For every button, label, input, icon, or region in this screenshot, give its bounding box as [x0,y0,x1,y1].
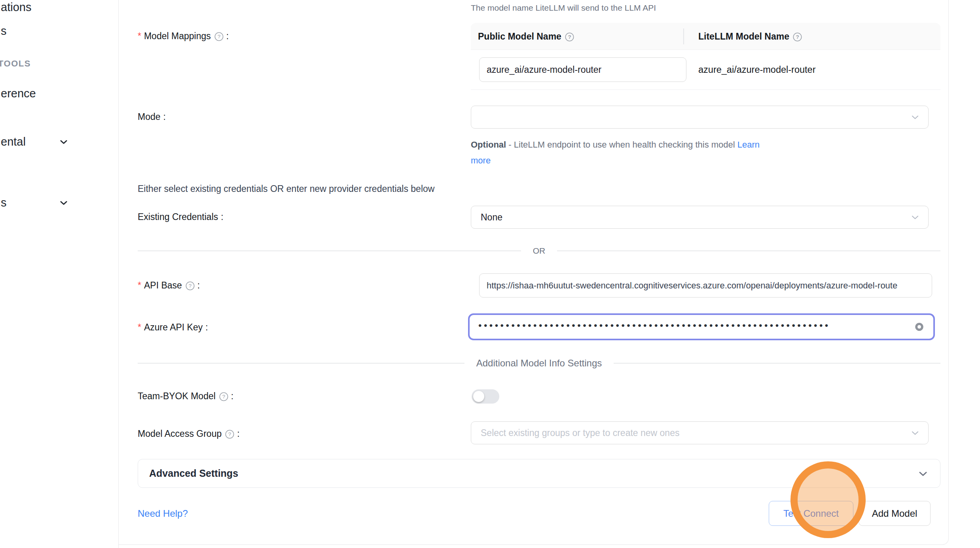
learn-more-link[interactable]: Learn [737,140,760,150]
sidebar-item-label: s [1,196,7,209]
svg-text:?: ? [568,34,571,40]
team-byok-toggle[interactable] [472,389,499,404]
required-asterisk: * [138,322,141,333]
existing-credentials-select[interactable]: None [471,206,929,229]
column-label: Public Model Name [478,31,561,42]
svg-text:?: ? [228,431,231,437]
add-model-label: Add Model [872,508,917,519]
api-base-input[interactable]: https://ishaa-mh6uutut-swedencentral.cog… [479,273,932,298]
model-mappings-label: * Model Mappings ? : [138,31,229,42]
colon: : [197,280,200,291]
divider-line [614,363,940,364]
public-model-name-input[interactable]: azure_ai/azure-model-router [479,57,686,82]
help-icon[interactable]: ? [219,392,228,401]
colon: : [237,429,239,439]
divider-line [557,250,940,251]
info-settings-divider-text: Additional Model Info Settings [464,358,614,369]
add-model-button[interactable]: Add Model [859,501,931,526]
chevron-down-icon[interactable] [59,137,69,149]
label-text: Azure API Key [144,322,203,333]
need-help-link[interactable]: Need Help? [138,508,188,519]
or-divider: OR [138,246,940,256]
team-byok-label: Team-BYOK Model ? : [138,391,233,402]
sidebar-section-label: TOOLS [0,59,31,68]
required-asterisk: * [138,31,141,42]
model-access-group-placeholder: Select existing groups or type to create… [481,428,905,438]
masked-api-key: ••••••••••••••••••••••••••••••••••••••••… [478,320,830,331]
label-text: Team-BYOK Model [138,391,216,402]
sidebar-item-settings[interactable]: s [1,196,7,209]
model-access-group-select[interactable]: Select existing groups or type to create… [471,421,929,444]
add-model-page: ations s TOOLS erence ental s The model … [0,0,980,548]
test-connect-label: Test Connect [783,508,839,519]
info-settings-divider: Additional Model Info Settings [138,358,940,369]
column-divider [683,28,684,44]
toggle-knob [473,391,484,402]
label-text: Model Mappings [144,31,211,42]
help-icon[interactable]: ? [186,281,195,290]
column-label: LiteLLM Model Name [698,31,789,42]
sidebar-section-tools: TOOLS [0,59,31,69]
help-icon[interactable]: ? [793,32,802,42]
colon: : [221,212,223,222]
label-text: Model Access Group [138,429,222,439]
sidebar-item-label: s [1,25,7,37]
learn-more-link[interactable]: more [471,155,491,165]
label-text: Mode [138,112,161,122]
label-text: API Base [144,280,182,291]
chevron-down-icon[interactable] [59,198,69,210]
api-base-value: https://ishaa-mh6uutut-swedencentral.cog… [487,281,925,291]
mode-label: Mode : [138,112,166,122]
existing-credentials-label: Existing Credentials : [138,212,224,222]
credentials-note: Either select existing credentials OR en… [138,184,434,194]
chevron-down-icon [910,428,920,438]
colon: : [231,391,233,402]
public-model-name-value: azure_ai/azure-model-router [487,64,679,75]
chevron-down-icon [910,212,920,222]
table-row-border [471,89,940,90]
sidebar-item-organizations[interactable]: ations [1,1,31,14]
column-public-model-name: Public Model Name ? [478,23,574,50]
help-icon[interactable]: ? [225,430,234,439]
colon: : [205,322,208,333]
divider-line [138,363,464,364]
azure-api-key-input[interactable]: ••••••••••••••••••••••••••••••••••••••••… [468,313,935,340]
sidebar-item-label: erence [1,87,36,100]
model-name-note: The model name LiteLLM will send to the … [471,3,656,13]
help-text-body: - LiteLLM endpoint to use when health ch… [506,140,737,150]
divider-line [138,250,521,251]
litellm-model-name-value: azure_ai/azure-model-router [698,64,816,75]
required-asterisk: * [138,280,141,291]
sidebar-item-reference[interactable]: erence [1,87,36,100]
azure-api-key-label: * Azure API Key : [138,322,208,333]
svg-text:?: ? [796,34,799,40]
svg-text:?: ? [217,34,220,40]
svg-text:?: ? [222,394,226,400]
help-icon[interactable]: ? [565,32,574,42]
colon: : [226,31,229,42]
mode-select[interactable] [471,106,929,129]
mode-help-text: Optional - LiteLLM endpoint to use when … [471,137,811,169]
svg-text:?: ? [189,283,192,289]
model-mappings-table-header: Public Model Name ? LiteLLM Model Name ? [471,23,940,50]
model-access-group-label: Model Access Group ? : [138,429,240,439]
sidebar-item-experimental[interactable]: ental [1,135,26,148]
chevron-down-icon [910,112,920,122]
colon: : [163,112,166,122]
test-connect-button[interactable]: Test Connect [769,501,853,526]
sidebar-item-label: ental [1,135,26,148]
sidebar-item-label: ations [1,1,31,13]
column-litellm-model-name: LiteLLM Model Name ? [698,23,802,50]
advanced-settings-title: Advanced Settings [149,468,238,479]
advanced-settings-panel[interactable]: Advanced Settings [138,459,940,488]
api-base-label: * API Base ? : [138,280,200,291]
chevron-down-icon [917,468,929,480]
sidebar: ations s TOOLS erence ental s [0,0,119,548]
label-text: Existing Credentials [138,212,218,222]
eye-icon[interactable] [914,322,925,332]
optional-emphasis: Optional [471,140,506,150]
sidebar-item[interactable]: s [1,25,7,38]
existing-credentials-value: None [481,212,502,223]
help-icon[interactable]: ? [214,32,224,41]
or-divider-text: OR [521,246,557,256]
